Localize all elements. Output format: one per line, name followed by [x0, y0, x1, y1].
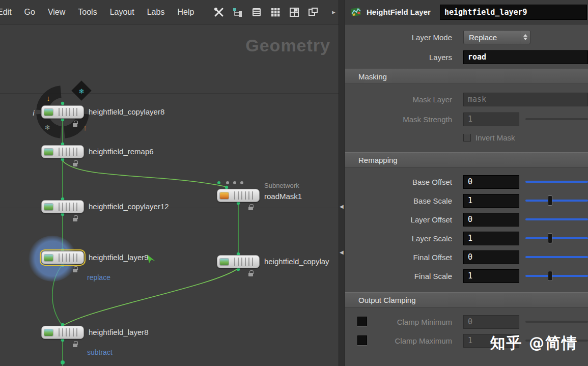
- clamp-minimum-checkbox[interactable]: [357, 317, 367, 326]
- node-mode-label: replace: [87, 273, 110, 281]
- node-connectors[interactable]: [61, 102, 243, 364]
- param-label: Mask Strength: [345, 115, 459, 124]
- node-stripes: [56, 254, 80, 262]
- clamp-maximum-checkbox[interactable]: [357, 335, 367, 345]
- node-body[interactable]: [41, 105, 84, 119]
- lock-icon: [248, 207, 253, 210]
- crossed-tools-icon[interactable]: [213, 6, 225, 18]
- node-body[interactable]: [41, 200, 84, 213]
- clamp-minimum-input: [463, 315, 519, 329]
- mask-layer-input: [463, 93, 588, 106]
- param-label: Layer Mode: [345, 33, 459, 42]
- node-type-title: HeightField Layer: [367, 8, 431, 16]
- node-body[interactable]: [217, 255, 260, 268]
- node-body[interactable]: [217, 189, 260, 202]
- divider-arrow-icon[interactable]: ◀: [340, 204, 344, 209]
- param-row-layer-mode: Layer Mode Replace: [345, 28, 588, 46]
- pane-divider[interactable]: ◀ ◀: [339, 0, 345, 366]
- final-offset-slider[interactable]: [525, 248, 588, 266]
- heightfield-node-icon: [220, 259, 229, 265]
- menu-go[interactable]: Go: [24, 8, 35, 17]
- lock-icon: [73, 344, 77, 347]
- heightfield-node-icon: [44, 204, 53, 210]
- menu-edit[interactable]: Edit: [0, 8, 12, 17]
- layers-input[interactable]: [463, 50, 588, 64]
- base-scale-slider[interactable]: [525, 191, 588, 210]
- layer-mode-select[interactable]: Replace: [463, 30, 530, 44]
- layer-offset-input[interactable]: [463, 213, 519, 227]
- node-heightfield-copylayer-right[interactable]: heightfield_copylay: [217, 255, 260, 268]
- node-label: heightfield_layer8: [89, 328, 149, 336]
- menu-labs[interactable]: Labs: [147, 8, 165, 17]
- info-icon[interactable]: i: [33, 109, 35, 117]
- menu-view[interactable]: View: [48, 8, 65, 17]
- zhihu-watermark: 知乎 @简情: [490, 333, 578, 354]
- grid-view-icon[interactable]: [269, 6, 282, 18]
- menu-layout[interactable]: Layout: [110, 8, 134, 17]
- param-row-base-scale: Base Scale: [345, 191, 588, 210]
- node-heightfield-copylayer12[interactable]: heightfield_copylayer12: [41, 200, 84, 213]
- node-heightfield-layer8[interactable]: heightfield_layer8 subtract: [41, 326, 84, 339]
- heightfield-node-icon: [44, 149, 53, 155]
- param-label: Final Offset: [345, 253, 459, 262]
- param-label: Layer Scale: [345, 234, 459, 243]
- heightfield-node-icon: [44, 255, 53, 261]
- node-label: roadMask1: [264, 192, 302, 201]
- node-body[interactable]: [41, 251, 84, 264]
- stack-view-icon[interactable]: [250, 6, 263, 18]
- menu-bar: Edit Go View Tools Layout Labs Help: [0, 0, 339, 24]
- layout-windows-icon[interactable]: [307, 6, 319, 18]
- base-offset-slider[interactable]: [525, 173, 588, 191]
- mask-strength-slider: [525, 110, 588, 128]
- param-label: Base Scale: [345, 196, 459, 205]
- lock-icon: [73, 218, 77, 221]
- network-editor[interactable]: Geometry ↓ i ❄ ↑ ❄: [0, 24, 339, 366]
- section-remapping[interactable]: Remapping: [345, 152, 588, 167]
- final-scale-slider[interactable]: [525, 267, 588, 285]
- section-title: Output Clamping: [358, 296, 416, 304]
- node-label: heightfield_copylay: [264, 257, 329, 266]
- final-offset-input[interactable]: [463, 250, 519, 264]
- parameter-header: HeightField Layer: [345, 0, 588, 24]
- spinner-arrows-icon[interactable]: [520, 31, 530, 44]
- overflow-chevron-icon[interactable]: ▸: [332, 8, 335, 16]
- heightfield-icon: [350, 6, 362, 18]
- divider-arrow-icon[interactable]: ◀: [340, 249, 344, 255]
- final-scale-input[interactable]: [463, 269, 519, 283]
- base-offset-input[interactable]: [463, 175, 519, 189]
- freeze-diamond-icon[interactable]: ❄: [79, 88, 85, 95]
- lock-icon: [73, 123, 77, 127]
- param-row-invert-mask: Invert Mask: [345, 128, 588, 147]
- down-arrow-icon[interactable]: ↓: [46, 94, 50, 102]
- param-row-final-offset: Final Offset: [345, 248, 588, 266]
- node-name-input[interactable]: [440, 5, 587, 20]
- section-masking[interactable]: Masking: [345, 69, 588, 84]
- base-scale-input[interactable]: [463, 194, 519, 208]
- layer-offset-slider[interactable]: [525, 210, 588, 229]
- node-heightfield-layer9[interactable]: heightfield_layer9 replace: [41, 251, 84, 264]
- param-label: Base Offset: [345, 178, 459, 186]
- param-label: Final Scale: [345, 272, 459, 280]
- layer-scale-input[interactable]: [463, 232, 519, 245]
- node-body[interactable]: [41, 326, 84, 339]
- subnetwork-node-icon: [220, 192, 229, 199]
- section-title: Remapping: [358, 156, 398, 164]
- node-body[interactable]: [41, 145, 84, 158]
- houdini-window: Edit Go View Tools Layout Labs Help: [0, 0, 588, 366]
- snowflake-icon[interactable]: ❄: [45, 124, 50, 131]
- node-label: heightfield_copylayer12: [89, 202, 169, 211]
- up-arrow-icon[interactable]: ↑: [83, 123, 87, 132]
- split-view-icon[interactable]: [288, 6, 300, 18]
- node-heightfield-remap6[interactable]: heightfield_remap6: [41, 145, 84, 158]
- network-toolbar: [213, 6, 319, 18]
- menu-tools[interactable]: Tools: [78, 8, 97, 17]
- heightfield-node-icon: [44, 109, 53, 116]
- node-stripes: [232, 258, 256, 266]
- node-subnetwork-roadmask1[interactable]: Subnetwork roadMask1: [217, 189, 260, 202]
- param-row-layer-offset: Layer Offset: [345, 210, 588, 229]
- menu-help[interactable]: Help: [177, 8, 194, 17]
- node-heightfield-copylayer8[interactable]: heightfield_copylayer8: [41, 105, 84, 119]
- layer-scale-slider[interactable]: [525, 229, 588, 247]
- section-output-clamping[interactable]: Output Clamping: [345, 292, 588, 307]
- tree-view-icon[interactable]: [232, 6, 244, 18]
